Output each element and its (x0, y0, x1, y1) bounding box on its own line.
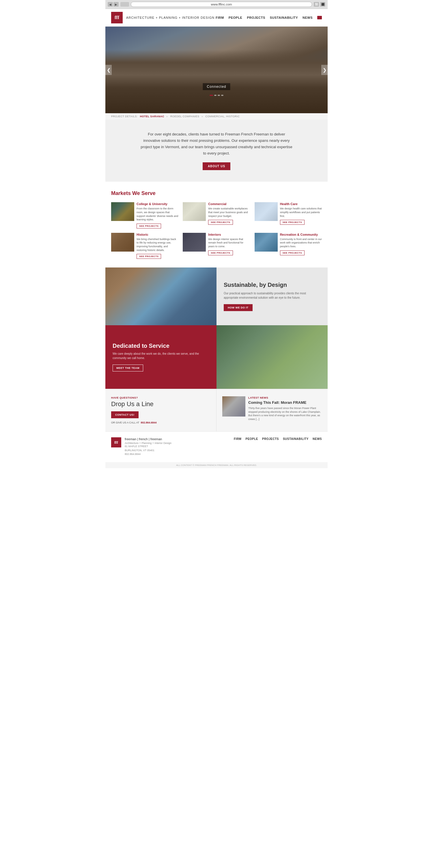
hero-section: ❮ ❯ Connected (105, 27, 328, 113)
market-name-0: College & University (137, 202, 178, 206)
footer-nav-sustainability[interactable]: SUSTAINABILITY (283, 437, 308, 440)
browser-url-bar[interactable]: www.fffinc.com (131, 2, 312, 7)
nav-firm[interactable]: FIRM (215, 16, 224, 19)
nav-sustainability[interactable]: SUSTAINABILITY (270, 16, 298, 19)
sustainability-content: Sustainable, by Design Our practical app… (216, 268, 328, 325)
browser-action-2[interactable]: ⬛ (320, 2, 325, 7)
hero-dot-3[interactable] (218, 95, 220, 96)
project-link[interactable]: HOTEL SARANAC (140, 115, 164, 118)
contact-us-button[interactable]: CONTACT US! (111, 411, 139, 418)
market-info-3: Historic We bring cherished buildings ba… (137, 233, 178, 259)
browser-action-1[interactable]: ⬜ (314, 2, 319, 7)
phone-pre-text: OR GIVE US A CALL AT (111, 421, 139, 424)
footer-nav-people[interactable]: PEOPLE (245, 437, 258, 440)
footer-address: 81 MAPLE STREET BURLINGTON, VT 05401 802… (125, 444, 171, 456)
market-name-1: Commercial (208, 202, 250, 206)
hero-dots (209, 95, 224, 96)
service-content: Dedicated to Service We care deeply abou… (105, 325, 216, 389)
email-icon[interactable] (317, 16, 322, 19)
market-desc-4: We design interior spaces that remain fr… (208, 238, 250, 248)
see-projects-btn-5[interactable]: SEE PROJECTS (280, 250, 304, 255)
see-projects-btn-1[interactable]: SEE PROJECTS (208, 220, 233, 225)
news-title[interactable]: Coming This Fall: Moran FRAME (248, 400, 322, 405)
footer-info: freeman | french | freeman Architecture … (125, 437, 171, 456)
hero-building (105, 50, 328, 113)
market-image-0 (111, 202, 134, 221)
markets-grid: College & University From the classroom … (111, 202, 322, 259)
service-title: Dedicated to Service (112, 343, 209, 349)
copyright: ALL CONTENT © FREEMAN FRENCH FREEMAN. AL… (105, 462, 328, 468)
news-section: LATEST NEWS Coming This Fall: Moran FRAM… (216, 389, 328, 431)
browser-action-buttons: ⬜ ⬛ (314, 2, 325, 7)
market-info-2: Health Care We design health care soluti… (280, 202, 322, 228)
footer-addr1: 81 MAPLE STREET (125, 445, 148, 448)
nav-people[interactable]: PEOPLE (229, 16, 242, 19)
news-pre: LATEST NEWS (248, 396, 322, 399)
market-name-2: Health Care (280, 202, 322, 206)
main-nav: FIRM PEOPLE PROJECTS SUSTAINABILITY NEWS (215, 16, 322, 19)
hero-dot-4[interactable] (221, 95, 224, 96)
project-sep-1: ▸ (167, 115, 168, 118)
site-header: fff ARCHITECTURE + PLANNING + INTERIOR D… (105, 9, 328, 27)
sustainability-image (105, 268, 216, 325)
market-image-5 (255, 233, 278, 252)
sustainability-title: Sustainable, by Design (224, 282, 321, 288)
hero-label: Connected (203, 83, 230, 90)
footer-logo[interactable]: fff (111, 437, 121, 447)
meet-team-button[interactable]: MEET THE TEAM (112, 365, 143, 371)
market-name-4: Interiors (208, 233, 250, 236)
news-content: LATEST NEWS Coming This Fall: Moran FRAM… (248, 396, 322, 424)
footer-nav-firm[interactable]: FIRM (234, 437, 241, 440)
see-projects-btn-3[interactable]: SEE PROJECTS (137, 254, 161, 259)
hero-next-button[interactable]: ❯ (321, 65, 328, 75)
hero-prev-button[interactable]: ❮ (105, 65, 112, 75)
market-image-4 (183, 233, 206, 252)
market-desc-5: Community is front and center in our wor… (280, 238, 322, 248)
how-we-do-it-button[interactable]: HOW WE DO IT (224, 304, 253, 311)
footer-nav-projects[interactable]: PROJECTS (262, 437, 279, 440)
site-tagline: ARCHITECTURE + PLANNING + INTERIOR DESIG… (126, 16, 214, 19)
back-button[interactable]: ◀ (108, 2, 113, 7)
market-desc-0: From the classroom to the dorm room, we … (137, 207, 178, 221)
project-company: ROEDEL COMPANIES (170, 115, 199, 118)
logo-box[interactable]: fff (111, 12, 123, 23)
markets-title: Markets We Serve (111, 190, 322, 196)
nav-news[interactable]: NEWS (302, 16, 312, 19)
footer-nav-news[interactable]: NEWS (312, 437, 322, 440)
site-footer: fff freeman | french | freeman Architect… (105, 431, 328, 462)
contact-title: Drop Us a Line (111, 400, 210, 408)
markets-section: Markets We Serve College & University Fr… (105, 182, 328, 268)
see-projects-btn-0[interactable]: SEE PROJECTS (137, 224, 161, 228)
footer-left: fff freeman | french | freeman Architect… (111, 437, 171, 456)
hero-background (105, 27, 328, 113)
service-section: Dedicated to Service We care deeply abou… (105, 325, 328, 389)
market-info-4: Interiors We design interior spaces that… (208, 233, 250, 259)
market-image-1 (183, 202, 206, 221)
market-image-3 (111, 233, 134, 252)
project-sep-2: ▸ (202, 115, 203, 118)
news-image (222, 396, 245, 416)
market-desc-1: We create sustainable workplaces that me… (208, 207, 250, 218)
browser-tab[interactable] (121, 2, 129, 7)
intro-section: For over eight decades, clients have tur… (105, 120, 328, 182)
intro-text: For over eight decades, clients have tur… (140, 131, 293, 157)
footer-nav: FIRM PEOPLE PROJECTS SUSTAINABILITY NEWS (234, 437, 322, 440)
hero-dot-2[interactable] (214, 95, 216, 96)
contact-phone: OR GIVE US A CALL AT 802.864.6844 (111, 421, 210, 424)
footer-phone: 802.864.6844 (125, 453, 141, 456)
phone-link[interactable]: 802.864.6844 (141, 421, 157, 424)
see-projects-btn-4[interactable]: SEE PROJECTS (208, 250, 233, 255)
nav-projects[interactable]: PROJECTS (247, 16, 265, 19)
footer-firm-name: freeman | french | freeman (125, 437, 171, 441)
see-projects-btn-2[interactable]: SEE PROJECTS (280, 220, 304, 225)
forward-button[interactable]: ▶ (113, 2, 119, 7)
market-card-2: Health Care We design health care soluti… (255, 202, 322, 228)
footer-addr2: BURLINGTON, VT 05401 (125, 449, 155, 452)
bottom-section: HAVE QUESTIONS? Drop Us a Line CONTACT U… (105, 389, 328, 431)
market-name-5: Recreation & Community (280, 233, 322, 236)
browser-navigation[interactable]: ◀ ▶ (108, 2, 119, 7)
project-bar: PROJECT DETAILS: HOTEL SARANAC ▸ ROEDEL … (105, 113, 328, 120)
hero-dot-1[interactable] (209, 95, 213, 96)
contact-section: HAVE QUESTIONS? Drop Us a Line CONTACT U… (105, 389, 216, 431)
about-us-button[interactable]: ABOUT US (203, 162, 230, 170)
